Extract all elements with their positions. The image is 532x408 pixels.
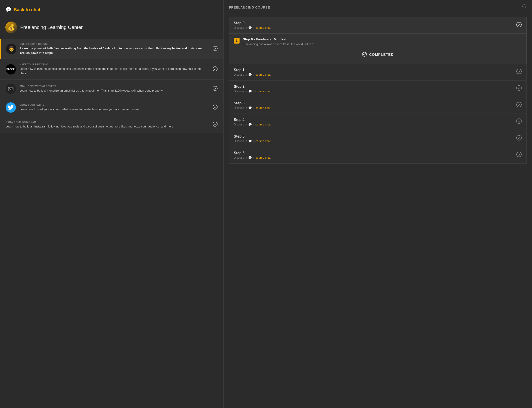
step-item-step4[interactable]: Step 4 Discuss in 💬 | course chat [229,114,527,130]
step-item-step1[interactable]: Step 1 Discuss in 💬 | course chat [229,64,527,80]
chat-icon: 💬 [5,7,11,13]
course-item-instagram[interactable]: GROW YOUR INSTAGRAM Learn how to build a… [0,117,223,133]
svg-point-13 [516,102,522,107]
step-item-step0[interactable]: Step 0 Discuss in 💬 | course chat [229,17,527,64]
course-check-brokie [212,66,218,73]
step4-course-chat-link[interactable]: course chat [256,123,270,126]
learning-center-title: Freelancing Learning Center [20,25,83,30]
step5-discuss-prefix: Discuss in [234,139,247,143]
course-desc-brokie: Learn how to take household items, find … [19,67,209,75]
step0-desc: Freelancing has allowed me to travel the… [243,42,522,46]
svg-point-12 [516,85,522,90]
step0-discuss-prefix: Discuss in [234,26,247,29]
learning-center-header: 💰 Freelancing Learning Center [0,17,223,38]
svg-point-11 [516,69,522,74]
step0-expanded-content: 1 Step 0 - Freelancer Mindset Freelancin… [229,34,526,64]
course-category-brokie: MAKE YOUR FIRST $100 [19,63,209,66]
refresh-icon[interactable] [522,4,527,10]
course-check-email [212,86,218,92]
step5-check [516,135,522,142]
course-item-email[interactable]: EMAIL COPYWRITING COURSE Learn how to bu… [0,79,223,98]
step5-pipe: | [253,139,254,143]
svg-point-14 [516,119,522,124]
course-category-freelancing: FREELANCING COURSE [20,43,209,45]
step0-completed-row: COMPLETED [234,49,522,59]
step1-discuss: Discuss in 💬 | course chat [234,73,270,76]
step3-left: Step 3 Discuss in 💬 | course chat [234,101,270,110]
step-item-step6[interactable]: Step 6 Discuss in 💬 | course chat [229,147,527,164]
course-icon-brokie: BROKIE! [6,64,16,75]
step2-pipe: | [253,90,254,93]
svg-point-8 [213,122,217,126]
svg-point-3 [213,67,217,71]
step3-title: Step 3 [234,101,270,105]
step0-hash-icon: 💬 [248,26,252,29]
step1-pipe: | [253,73,254,76]
course-desc-twitter: Learn how to start your account, what co… [19,107,209,111]
step0-discuss: Discuss in 💬 | course chat [234,26,270,29]
step2-title: Step 2 [234,85,270,89]
learning-center-avatar: 💰 [5,22,17,33]
step5-title: Step 5 [234,135,270,138]
step1-title: Step 1 [234,68,270,72]
step0-completed-icon [362,52,367,58]
step4-discuss-prefix: Discuss in [234,123,247,126]
right-panel-title: FREELANCING COURSE [229,6,270,9]
step0-main: Step 0 Discuss in 💬 | course chat [229,17,526,34]
course-desc-freelancing: Learn the power of belief and everything… [20,46,209,55]
step6-pipe: | [253,156,254,159]
step6-discuss: Discuss in 💬 | course chat [234,156,270,159]
step0-pipe: | [253,26,254,29]
step2-course-chat-link[interactable]: course chat [256,90,270,93]
course-desc-instagram: Learn how to build an Instagram followin… [6,124,174,129]
step0-completed-label: COMPLETED [369,53,394,57]
step2-check [516,85,522,92]
svg-point-7 [213,105,217,109]
step4-discuss: Discuss in 💬 | course chat [234,123,270,126]
step3-discuss: Discuss in 💬 | course chat [234,106,270,110]
step3-pipe: | [253,106,254,110]
step5-course-chat-link[interactable]: course chat [256,139,270,143]
course-icon-freelancing: 👨 [6,44,16,54]
step5-hash-icon: 💬 [248,139,252,143]
course-check-instagram [212,121,218,128]
step6-course-chat-link[interactable]: course chat [256,156,270,159]
step-item-step5[interactable]: Step 5 Discuss in 💬 | course chat [229,130,527,147]
course-item-freelancing[interactable]: 👨 FREELANCING COURSE Learn the power of … [0,39,223,59]
step3-check [516,102,522,109]
course-item-brokie[interactable]: BROKIE! MAKE YOUR FIRST $100 Learn how t… [0,59,223,79]
course-category-twitter: GROW YOUR TWITTER [19,104,209,106]
course-info-freelancing: FREELANCING COURSE Learn the power of be… [20,43,209,55]
step5-discuss: Discuss in 💬 | course chat [234,139,270,143]
step1-discuss-prefix: Discuss in [234,73,247,76]
course-info-brokie: MAKE YOUR FIRST $100 Learn how to take h… [19,63,209,75]
course-desc-email: Learn how to build & monetize an email l… [19,88,209,93]
step4-hash-icon: 💬 [248,123,252,126]
right-panel: FREELANCING COURSE Step 0 Discuss in 💬 [223,0,532,408]
step1-hash-icon: 💬 [248,73,252,76]
back-to-chat-link[interactable]: 💬 Back to chat [0,4,223,17]
course-info-twitter: GROW YOUR TWITTER Learn how to start you… [19,104,209,111]
step-item-step2[interactable]: Step 2 Discuss in 💬 | course chat [229,80,527,97]
step5-left: Step 5 Discuss in 💬 | course chat [234,135,270,143]
course-category-email: EMAIL COPYWRITING COURSE [19,85,209,87]
course-info-email: EMAIL COPYWRITING COURSE Learn how to bu… [19,85,209,93]
step2-discuss-prefix: Discuss in [234,90,247,93]
svg-point-9 [516,22,522,27]
step-item-step3[interactable]: Step 3 Discuss in 💬 | course chat [229,97,527,114]
step1-course-chat-link[interactable]: course chat [256,73,270,76]
step3-course-chat-link[interactable]: course chat [256,106,270,110]
svg-point-2 [213,46,217,51]
step0-course-chat-link[interactable]: course chat [256,26,270,29]
course-item-twitter[interactable]: GROW YOUR TWITTER Learn how to start you… [0,98,223,117]
course-check-freelancing [212,46,218,52]
course-check-twitter [212,104,218,111]
back-to-chat-label: Back to chat [14,7,40,12]
step0-check [516,22,522,29]
step3-hash-icon: 💬 [248,106,252,110]
step6-hash-icon: 💬 [248,156,252,159]
svg-point-16 [516,152,522,157]
step2-discuss: Discuss in 💬 | course chat [234,90,270,93]
step1-left: Step 1 Discuss in 💬 | course chat [234,68,270,76]
step0-title: Step 0 [234,21,270,25]
